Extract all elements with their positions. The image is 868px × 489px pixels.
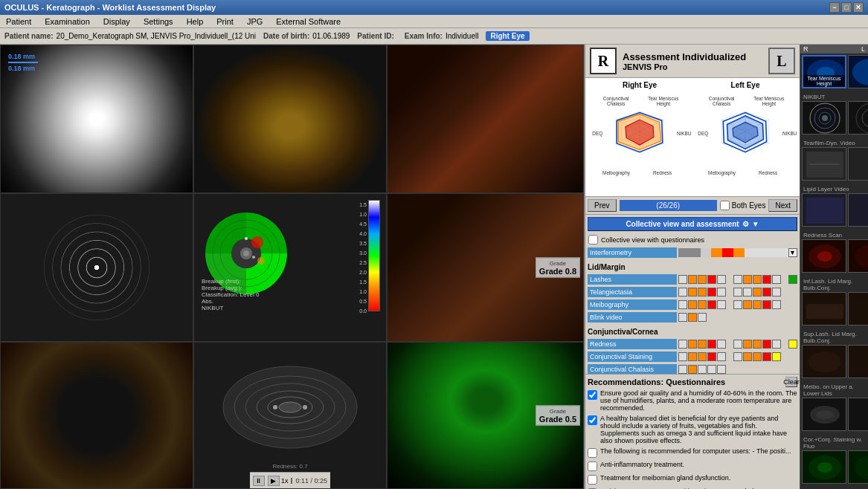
- rec-checkbox-4[interactable]: [588, 462, 597, 471]
- thumb-suplash-r[interactable]: [802, 345, 846, 378]
- meib-box-6[interactable]: [733, 300, 742, 309]
- collective-checkbox[interactable]: [588, 235, 598, 244]
- cc-box-5[interactable]: [717, 365, 726, 374]
- minimize-button[interactable]: −: [829, 2, 840, 13]
- thumb-lipid-l[interactable]: [848, 193, 868, 227]
- lashes-box-7[interactable]: [743, 275, 752, 284]
- lashes-box-1[interactable]: [678, 275, 687, 284]
- thumb-nikbut-l[interactable]: [848, 101, 868, 135]
- thumb-meibo-r[interactable]: [802, 398, 846, 431]
- cs-box-1[interactable]: [678, 352, 687, 361]
- tel-box-6[interactable]: [733, 288, 742, 297]
- red-box-9[interactable]: [762, 340, 771, 349]
- redness-score[interactable]: [788, 340, 797, 349]
- red-box-7[interactable]: [743, 340, 752, 349]
- cs-box-3[interactable]: [698, 352, 707, 361]
- meib-box-9[interactable]: [762, 300, 771, 309]
- thumb-inflash-r[interactable]: [802, 292, 846, 326]
- cc-box-2[interactable]: [688, 365, 697, 374]
- menu-external[interactable]: External Software: [273, 17, 344, 26]
- cs-box-10[interactable]: [772, 352, 781, 361]
- thumb-tear-meniscus-l[interactable]: [848, 55, 868, 88]
- thumb-redness-l[interactable]: [848, 239, 868, 273]
- thumb-tear-meniscus-r[interactable]: Tear Meniscus Height: [802, 55, 846, 88]
- video-progress[interactable]: [291, 478, 292, 484]
- tel-box-7[interactable]: [743, 288, 752, 297]
- red-box-6[interactable]: [733, 340, 742, 349]
- lashes-box-3[interactable]: [698, 275, 707, 284]
- red-box-8[interactable]: [753, 340, 762, 349]
- tel-box-9[interactable]: [762, 288, 771, 297]
- meib-box-3[interactable]: [698, 300, 707, 309]
- rec-checkbox-1[interactable]: [588, 390, 597, 400]
- lashes-box-2[interactable]: [688, 275, 697, 284]
- thumb-redness-r[interactable]: [802, 239, 846, 273]
- blink-box-1[interactable]: [678, 313, 687, 322]
- both-eyes-input[interactable]: [720, 201, 730, 210]
- meib-box-8[interactable]: [753, 300, 762, 309]
- red-box-5[interactable]: [717, 340, 726, 349]
- cs-box-5[interactable]: [717, 352, 726, 361]
- thumb-tearfilm-l[interactable]: [848, 147, 868, 181]
- tel-box-3[interactable]: [698, 288, 707, 297]
- cs-box-7[interactable]: [743, 352, 752, 361]
- lashes-box-6[interactable]: [733, 275, 742, 284]
- red-box-3[interactable]: [698, 340, 707, 349]
- thumb-tearfilm-r[interactable]: [802, 147, 846, 181]
- clear-button[interactable]: Clear: [785, 377, 797, 387]
- tel-box-8[interactable]: [753, 288, 762, 297]
- lashes-box-5[interactable]: [717, 275, 726, 284]
- thumb-meibo-l[interactable]: [848, 398, 868, 431]
- meib-box-2[interactable]: [688, 300, 697, 309]
- thumb-nikbut-r[interactable]: [802, 101, 846, 135]
- pause-button[interactable]: ⏸: [253, 476, 265, 486]
- cc-box-3[interactable]: [698, 365, 707, 374]
- cs-box-2[interactable]: [688, 352, 697, 361]
- blink-box-3[interactable]: [698, 313, 707, 322]
- lashes-box-9[interactable]: [762, 275, 771, 284]
- menu-print[interactable]: Print: [213, 17, 237, 26]
- cs-box-6[interactable]: [733, 352, 742, 361]
- lashes-box-8[interactable]: [753, 275, 762, 284]
- rec-checkbox-3[interactable]: [588, 448, 597, 458]
- menu-help[interactable]: Help: [184, 17, 207, 26]
- meib-box-10[interactable]: [772, 300, 781, 309]
- tel-box-5[interactable]: [717, 288, 726, 297]
- cs-box-9[interactable]: [762, 352, 771, 361]
- both-eyes-checkbox[interactable]: Both Eyes: [720, 201, 766, 210]
- lashes-box-4[interactable]: [707, 275, 716, 284]
- meib-box-5[interactable]: [717, 300, 726, 309]
- rec-checkbox-2[interactable]: [588, 415, 597, 425]
- collective-view-button[interactable]: Collective view and assessment ⚙ ▼: [588, 217, 797, 231]
- next-button[interactable]: Next: [768, 199, 797, 212]
- cc-box-1[interactable]: [678, 365, 687, 374]
- menu-patient[interactable]: Patient: [3, 17, 34, 26]
- close-button[interactable]: ✕: [853, 2, 864, 13]
- cc-box-4[interactable]: [707, 365, 716, 374]
- menu-jpg[interactable]: JPG: [244, 17, 266, 26]
- lashes-box-10[interactable]: [772, 275, 781, 284]
- blink-box-2[interactable]: [688, 313, 697, 322]
- rec-checkbox-5[interactable]: [588, 475, 597, 485]
- play-button[interactable]: ▶: [268, 476, 280, 486]
- thumb-suplash-l[interactable]: [848, 345, 868, 378]
- red-box-2[interactable]: [688, 340, 697, 349]
- cs-box-4[interactable]: [707, 352, 716, 361]
- lashes-score[interactable]: [788, 275, 797, 284]
- tel-box-4[interactable]: [707, 288, 716, 297]
- meib-box-1[interactable]: [678, 300, 687, 309]
- menu-examination[interactable]: Examination: [42, 17, 93, 26]
- meib-box-4[interactable]: [707, 300, 716, 309]
- interf-scroll[interactable]: ▼: [788, 248, 797, 257]
- cs-box-8[interactable]: [753, 352, 762, 361]
- thumb-lipid-r[interactable]: [802, 193, 846, 227]
- menu-settings[interactable]: Settings: [141, 17, 176, 26]
- red-box-4[interactable]: [707, 340, 716, 349]
- prev-button[interactable]: Prev: [588, 199, 617, 212]
- thumb-cor-staining-l[interactable]: [848, 450, 868, 484]
- menu-display[interactable]: Display: [100, 17, 133, 26]
- tel-box-10[interactable]: [772, 288, 781, 297]
- red-box-10[interactable]: [772, 340, 781, 349]
- tel-box-1[interactable]: [678, 288, 687, 297]
- thumb-cor-staining-r[interactable]: [802, 450, 846, 484]
